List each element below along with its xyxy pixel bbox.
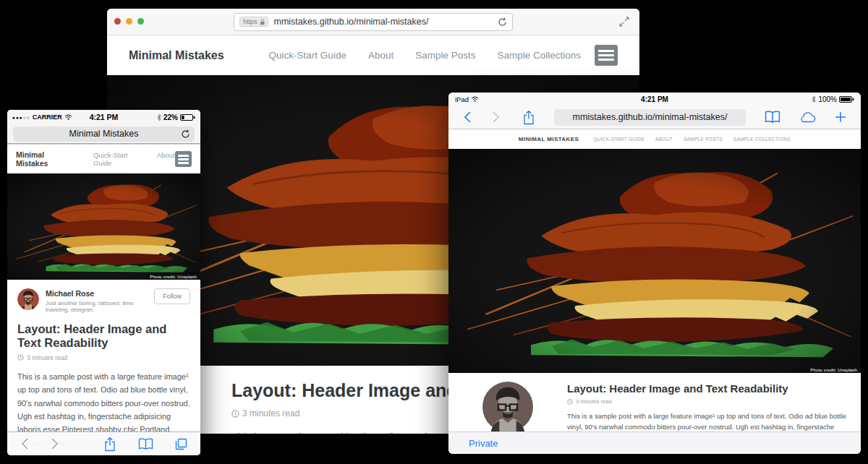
hamburger-icon <box>598 50 614 52</box>
nav-item-about[interactable]: About <box>368 50 393 61</box>
zoom-window-button[interactable] <box>137 18 144 25</box>
post-main: Layout: Header Image and Text Readabilit… <box>567 382 860 432</box>
author-avatar <box>467 382 548 432</box>
site-title-link[interactable]: Minimal Mistakes <box>16 150 76 168</box>
menu-toggle-button[interactable] <box>175 151 192 167</box>
address-field[interactable]: mmistakes.github.io/minimal-mistakes/ <box>554 109 746 126</box>
reload-icon[interactable] <box>181 129 190 139</box>
post-title: Layout: Header Image and Text Readabilit… <box>17 322 190 351</box>
leaves-photo <box>7 173 200 280</box>
private-browsing-bar: Private <box>448 431 861 454</box>
url-text: mmistakes.github.io/minimal-mistakes/ <box>268 17 498 27</box>
site-nav: QUICK-START GUIDE ABOUT SAMPLE POSTS SAM… <box>593 137 791 142</box>
site-masthead: MINIMAL MISTAKES QUICK-START GUIDE ABOUT… <box>448 129 861 149</box>
read-time: 3 minutes read <box>576 398 612 405</box>
ipad-status-bar: iPad 4:21 PM 100% <box>448 93 861 106</box>
site-nav: Quick-Start Guide About <box>93 151 175 167</box>
close-window-button[interactable] <box>114 18 121 25</box>
menu-toggle-button[interactable] <box>595 45 618 66</box>
nav-item-sample-collections[interactable]: SAMPLE COLLECTIONS <box>733 137 791 142</box>
fullscreen-expand-icon[interactable] <box>619 17 629 27</box>
safari-address-bar: Minimal Mistakes <box>7 124 200 144</box>
nav-item-sample-posts[interactable]: Sample Posts <box>415 50 475 61</box>
header-feature-image: Photo credit: Unsplash <box>448 149 861 373</box>
iphone-window: ●●●○○ CARRIER 4:21 PM 22% Minimal Mistak… <box>7 110 200 455</box>
author-sidebar: Michael Rose Just another boring, tattoo… <box>467 382 548 432</box>
site-title-link[interactable]: Minimal Mistakes <box>129 49 224 62</box>
author-name: Michael Rose <box>46 289 154 298</box>
back-icon[interactable] <box>463 111 472 124</box>
post-content: Michael Rose Just another boring, tattoo… <box>7 280 200 455</box>
read-time: 3 minutes read <box>242 408 299 418</box>
author-row: Michael Rose Just another boring, tattoo… <box>17 288 190 313</box>
back-icon[interactable] <box>20 437 29 450</box>
https-label: https <box>243 18 258 25</box>
follow-button[interactable]: Follow <box>154 288 190 304</box>
safari-toolbar: mmistakes.github.io/minimal-mistakes/ <box>448 106 861 129</box>
icloud-tabs-icon[interactable] <box>798 111 817 124</box>
tabs-icon[interactable] <box>175 438 187 450</box>
nav-item-about[interactable]: About <box>157 151 175 167</box>
clock-icon <box>17 354 24 361</box>
site-title-link[interactable]: MINIMAL MISTAKES <box>519 136 579 142</box>
responsive-mockup-canvas: { "colors": { "accent_blue": "#1e7bf7", … <box>0 0 868 464</box>
nav-item-quick-start-guide[interactable]: QUICK-START GUIDE <box>593 137 644 142</box>
leaves-photo <box>448 149 861 373</box>
share-icon[interactable] <box>522 110 535 125</box>
lock-icon <box>260 19 265 25</box>
address-field[interactable]: Minimal Mistakes <box>13 126 195 142</box>
share-icon[interactable] <box>103 437 116 452</box>
nav-item-quick-start-guide[interactable]: Quick-Start Guide <box>93 151 145 167</box>
iphone-status-bar: ●●●○○ CARRIER 4:21 PM 22% <box>7 110 200 124</box>
author-avatar <box>17 288 39 310</box>
post-paragraph: This is a sample post with a large featu… <box>567 411 860 432</box>
browser-titlebar: https mmistakes.github.io/minimal-mistak… <box>107 9 639 35</box>
nav-item-sample-posts[interactable]: SAMPLE POSTS <box>684 137 723 142</box>
site-masthead: Minimal Mistakes Quick-Start Guide About <box>7 144 200 173</box>
address-bar[interactable]: https mmistakes.github.io/minimal-mistak… <box>234 13 513 31</box>
nav-item-sample-collections[interactable]: Sample Collections <box>497 50 581 61</box>
author-meta: Michael Rose Just another boring, tattoo… <box>46 288 154 313</box>
private-button[interactable]: Private <box>469 438 498 449</box>
status-time: 4:21 PM <box>7 113 200 121</box>
nav-item-about[interactable]: ABOUT <box>655 137 673 142</box>
window-controls <box>114 18 144 25</box>
url-text: mmistakes.github.io/minimal-mistakes/ <box>573 112 728 122</box>
post-meta: 3 minutes read <box>17 354 190 361</box>
hamburger-icon <box>178 155 189 157</box>
photo-credit-badge: Photo credit: Unsplash <box>807 367 861 373</box>
header-feature-image: Photo credit: Unsplash <box>7 173 200 280</box>
status-time: 4:21 PM <box>448 95 861 103</box>
new-tab-icon[interactable] <box>835 111 846 123</box>
reader-icon[interactable] <box>765 111 780 124</box>
post-meta: 3 minutes read <box>567 398 860 405</box>
post-content: Michael Rose Just another boring, tattoo… <box>448 373 861 432</box>
clock-icon <box>567 399 573 405</box>
clock-icon <box>231 410 239 418</box>
ipad-window: iPad 4:21 PM 100% mmistakes.github.io/mi… <box>448 93 861 454</box>
https-badge: https <box>239 17 268 27</box>
safari-bottom-toolbar <box>7 431 200 455</box>
site-nav: Quick-Start Guide About Sample Posts Sam… <box>269 50 581 61</box>
site-masthead: Minimal Mistakes Quick-Start Guide About… <box>107 35 639 75</box>
photo-credit-badge: Photo credit: Unsplash <box>146 274 200 280</box>
forward-icon[interactable] <box>492 111 501 124</box>
page-title: Minimal Mistakes <box>69 129 139 139</box>
author-bio: Just another boring, tattooed, time trav… <box>46 300 154 313</box>
bookmarks-icon[interactable] <box>138 438 153 450</box>
reload-icon[interactable] <box>498 17 507 27</box>
minimize-window-button[interactable] <box>126 18 132 25</box>
post-title: Layout: Header Image and Text Readabilit… <box>567 382 860 395</box>
read-time: 3 minutes read <box>27 354 67 361</box>
nav-item-quick-start-guide[interactable]: Quick-Start Guide <box>269 50 346 61</box>
forward-icon[interactable] <box>51 437 59 450</box>
